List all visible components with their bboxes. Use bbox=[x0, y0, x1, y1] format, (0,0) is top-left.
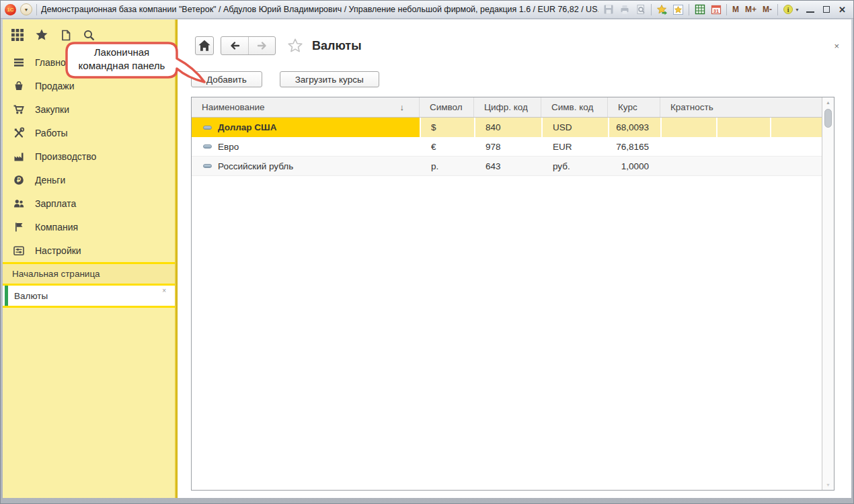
close-button[interactable]: ✕ bbox=[837, 4, 848, 15]
sidebar-item-production[interactable]: Производство bbox=[3, 144, 175, 168]
page-title: Валюты bbox=[312, 39, 362, 53]
memory-minus-button[interactable]: M- bbox=[762, 5, 773, 14]
active-tab-marker bbox=[5, 286, 8, 306]
currency-name-cell: Российский рубль bbox=[192, 157, 420, 175]
history-icon[interactable] bbox=[59, 29, 72, 42]
favorite-toggle-star[interactable] bbox=[286, 37, 304, 54]
svg-text:31: 31 bbox=[713, 8, 718, 14]
factory-icon bbox=[13, 151, 25, 163]
favorites-star-icon[interactable] bbox=[35, 28, 48, 42]
currency-name: Евро bbox=[218, 142, 239, 152]
favorites-icon[interactable] bbox=[672, 4, 684, 15]
sidebar-item-label: Деньги bbox=[35, 175, 65, 185]
home-page-bar[interactable]: Начальная страница bbox=[3, 264, 175, 284]
table-row[interactable]: Доллар США $ 840 USD 68,0093 bbox=[192, 118, 822, 137]
sidebar-item-salary[interactable]: Зарплата bbox=[3, 192, 175, 215]
sidebar: Главное Продажи Закупки Работы bbox=[3, 19, 175, 498]
callout-line1: Лаконичная bbox=[67, 46, 177, 59]
tab-currencies[interactable]: Валюты × bbox=[3, 286, 175, 306]
column-header-char-code[interactable]: Симв. код bbox=[541, 97, 608, 117]
1c-logo-icon: 1С bbox=[5, 4, 16, 15]
page-close-icon[interactable]: × bbox=[834, 41, 839, 51]
back-button[interactable] bbox=[221, 37, 248, 54]
basket-icon bbox=[13, 80, 25, 92]
currency-numeric-code-cell: 978 bbox=[474, 137, 541, 156]
sidebar-filler bbox=[3, 308, 175, 498]
currency-char-code-cell: USD bbox=[541, 118, 608, 137]
currency-rate-cell: 76,8165 bbox=[608, 137, 660, 156]
memory-recall-button[interactable]: M bbox=[732, 5, 740, 14]
currency-rate-cell: 1,0000 bbox=[608, 157, 660, 175]
currency-numeric-code-cell: 643 bbox=[474, 157, 541, 175]
cart-icon bbox=[13, 103, 25, 116]
tools-icon bbox=[13, 127, 25, 139]
tab-close-icon[interactable]: × bbox=[162, 287, 166, 294]
currency-char-code-cell: EUR bbox=[541, 137, 608, 156]
history-nav-group bbox=[221, 36, 276, 55]
chevron-down-icon: ▼ bbox=[795, 7, 800, 12]
currency-symbol-cell: $ bbox=[420, 118, 474, 137]
apps-grid-icon[interactable] bbox=[11, 28, 24, 42]
forward-button[interactable] bbox=[248, 37, 275, 54]
column-header-rate[interactable]: Курс bbox=[608, 97, 660, 117]
currency-name-cell: Евро bbox=[192, 137, 420, 156]
callout-text: Лаконичная командная панель bbox=[67, 46, 177, 73]
add-favorite-icon[interactable] bbox=[656, 4, 668, 15]
flag-icon bbox=[13, 221, 25, 233]
settings-icon bbox=[13, 245, 25, 257]
home-page-label: Начальная страница bbox=[12, 269, 100, 279]
calendar-icon[interactable]: 31 bbox=[710, 4, 722, 15]
currency-multiplicity-cell bbox=[660, 157, 822, 175]
search-icon[interactable] bbox=[83, 29, 95, 42]
callout-line2: командная панель bbox=[67, 59, 177, 73]
currency-name: Доллар США bbox=[218, 122, 276, 132]
sidebar-item-settings[interactable]: Настройки bbox=[3, 239, 175, 262]
sort-descending-icon: ↓ bbox=[400, 102, 405, 112]
scroll-down-icon[interactable]: ▼ bbox=[822, 482, 834, 487]
column-header-symbol[interactable]: Символ bbox=[420, 97, 474, 117]
print-icon[interactable] bbox=[619, 4, 630, 15]
titlebar: 1С ▼ Демонстрационная база компании "Вет… bbox=[1, 1, 853, 19]
currency-rate-cell: 68,0093 bbox=[608, 118, 660, 137]
titlebar-separator bbox=[777, 4, 778, 15]
scroll-up-icon[interactable]: ▲ bbox=[822, 100, 834, 105]
table-row[interactable]: Российский рубль р. 643 руб. 1,0000 bbox=[192, 157, 822, 176]
sidebar-item-label: Производство bbox=[35, 151, 96, 162]
main-menu-button[interactable]: ▼ bbox=[20, 3, 32, 15]
table-header-row: Наименование ↓ Символ Цифр. код Симв. ко… bbox=[192, 97, 822, 118]
titlebar-separator bbox=[651, 4, 652, 15]
minimize-button[interactable] bbox=[804, 4, 816, 15]
sidebar-item-company[interactable]: Компания bbox=[3, 215, 175, 239]
titlebar-separator bbox=[36, 4, 37, 15]
preview-icon[interactable] bbox=[635, 4, 646, 15]
calculator-icon[interactable] bbox=[694, 4, 705, 15]
empty-cell bbox=[716, 118, 770, 137]
scrollbar-thumb[interactable] bbox=[824, 109, 832, 128]
callout-bubble: Лаконичная командная панель bbox=[64, 41, 208, 87]
column-header-name[interactable]: Наименование ↓ bbox=[192, 97, 420, 117]
currency-char-code-cell: руб. bbox=[541, 157, 608, 175]
page-toolbar: Валюты bbox=[195, 36, 851, 55]
sidebar-item-money[interactable]: ₽ Деньги bbox=[3, 168, 175, 192]
sidebar-item-label: Закупки bbox=[35, 104, 69, 115]
vertical-scrollbar[interactable]: ▲ ▼ bbox=[822, 97, 834, 490]
currency-name-cell: Доллар США bbox=[192, 118, 420, 137]
sidebar-item-works[interactable]: Работы bbox=[3, 121, 175, 144]
sidebar-item-label: Зарплата bbox=[35, 198, 76, 209]
titlebar-toolbar: 31 M M+ M- i ▼ ✕ bbox=[603, 4, 848, 15]
table-row[interactable]: Евро € 978 EUR 76,8165 bbox=[192, 137, 822, 157]
column-header-numeric-code[interactable]: Цифр. код bbox=[474, 97, 541, 117]
column-header-multiplicity[interactable]: Кратность bbox=[660, 97, 822, 117]
currency-multiplicity-cell bbox=[660, 118, 822, 137]
money-icon: ₽ bbox=[13, 174, 25, 186]
sidebar-item-purchases[interactable]: Закупки bbox=[3, 97, 175, 121]
titlebar-separator bbox=[689, 4, 689, 15]
info-button[interactable]: i ▼ bbox=[783, 4, 800, 15]
load-rates-button[interactable]: Загрузить курсы bbox=[280, 71, 379, 87]
menu-icon bbox=[13, 56, 25, 69]
currency-item-icon bbox=[203, 144, 212, 149]
memory-plus-button[interactable]: M+ bbox=[744, 5, 757, 14]
maximize-button[interactable] bbox=[820, 4, 832, 15]
save-icon[interactable] bbox=[603, 4, 614, 15]
sidebar-item-label: Компания bbox=[35, 222, 78, 233]
